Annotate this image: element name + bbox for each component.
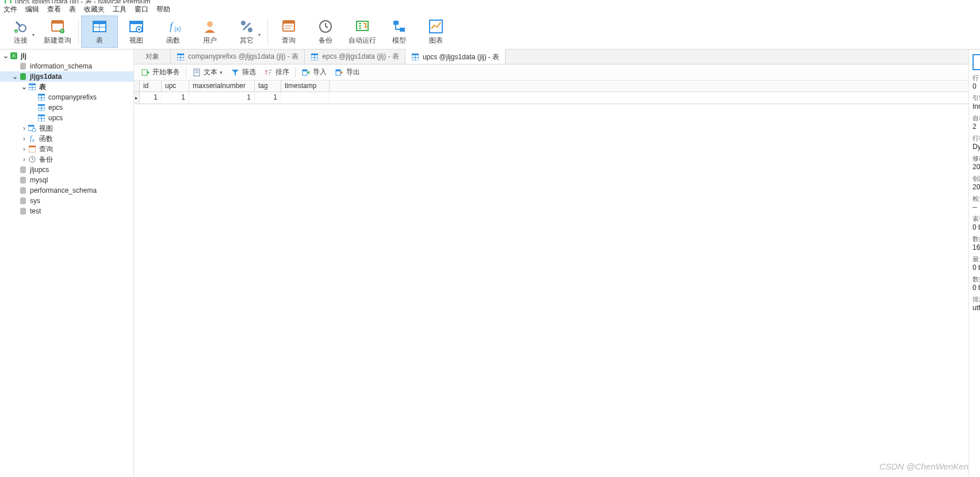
tree-item-upcs[interactable]: upcs bbox=[0, 113, 133, 123]
column-header-maxserialnumber[interactable]: maxserialnumber bbox=[189, 81, 255, 91]
menu-item-3[interactable]: 表 bbox=[69, 5, 76, 15]
toolbar-button-chart[interactable]: 图表 bbox=[418, 16, 454, 48]
tab-0[interactable]: 对象 bbox=[134, 49, 171, 64]
text-button[interactable]: 文本 ▾ bbox=[189, 66, 226, 78]
toolbar-button-user[interactable]: 用户 bbox=[192, 16, 228, 48]
tree-item-epcs[interactable]: epcs bbox=[0, 102, 133, 113]
tab-1[interactable]: companyprefixs @jljgs1data (jlj) - 表 bbox=[171, 49, 305, 64]
tree-label: upcs bbox=[48, 114, 63, 122]
tree-item-test[interactable]: test bbox=[0, 206, 133, 216]
column-header-timestamp[interactable]: timestamp bbox=[281, 81, 330, 91]
tree-arrow-icon[interactable]: › bbox=[21, 135, 28, 143]
tree-arrow-icon[interactable]: › bbox=[21, 145, 28, 153]
tree-item-jljgs1data[interactable]: ⌄jljgs1data bbox=[0, 71, 133, 82]
info-value: 0 b bbox=[973, 284, 980, 292]
tree-item-查询[interactable]: ›查询 bbox=[0, 144, 133, 154]
svg-text:(x): (x) bbox=[174, 26, 181, 32]
toolbar-button-backup[interactable]: 备份 bbox=[307, 16, 344, 48]
toolbar-button-newquery[interactable]: +新建查询 bbox=[39, 16, 76, 48]
toolbar-button-auto[interactable]: 自动运行 bbox=[344, 16, 381, 48]
import-icon bbox=[301, 68, 311, 77]
data-grid[interactable]: idupcmaxserialnumbertagtimestamp▸1111 bbox=[134, 81, 968, 104]
table-icon bbox=[91, 18, 108, 35]
info-value: 16. bbox=[973, 243, 980, 251]
table-icon bbox=[973, 54, 980, 70]
cell-id[interactable]: 1 bbox=[140, 92, 162, 104]
menu-item-4[interactable]: 收藏夹 bbox=[84, 5, 105, 15]
tree-item-companyprefixs[interactable]: companyprefixs bbox=[0, 92, 133, 102]
tree-arrow-icon[interactable]: ⌄ bbox=[12, 72, 18, 81]
tab-label: epcs @jljgs1data (jlj) - 表 bbox=[322, 52, 399, 62]
info-label: 索引 bbox=[973, 215, 980, 223]
toolbar-button-connect[interactable]: +连接▾ bbox=[2, 16, 39, 48]
conn-icon bbox=[9, 51, 18, 60]
export-button[interactable]: 导出 bbox=[331, 66, 363, 78]
row-handle-header bbox=[134, 81, 140, 91]
menu-item-7[interactable]: 帮助 bbox=[156, 5, 170, 15]
import-button[interactable]: 导入 bbox=[298, 66, 330, 78]
table-icon bbox=[37, 103, 46, 112]
filter-icon bbox=[231, 68, 240, 77]
tree-arrow-icon[interactable]: › bbox=[21, 155, 28, 163]
tree-item-sys[interactable]: sys bbox=[0, 196, 133, 206]
grid-row[interactable]: ▸1111 bbox=[134, 92, 968, 104]
toolbar-button-func[interactable]: f(x)函数 bbox=[155, 16, 192, 48]
table-icon bbox=[411, 53, 419, 61]
tree-item-performance_schema[interactable]: performance_schema bbox=[0, 185, 133, 196]
tab-2[interactable]: epcs @jljgs1data (jlj) - 表 bbox=[305, 49, 405, 64]
connection-tree[interactable]: ⌄jljinformation_schema⌄jljgs1data⌄表compa… bbox=[0, 49, 134, 477]
tree-arrow-icon[interactable]: ⌄ bbox=[2, 52, 9, 60]
svg-point-51 bbox=[32, 128, 36, 132]
sort-button[interactable]: 排序 bbox=[261, 66, 293, 78]
column-header-id[interactable]: id bbox=[140, 81, 162, 91]
export-icon bbox=[335, 68, 344, 77]
toolbar-button-model[interactable]: 模型 bbox=[381, 16, 418, 48]
tree-arrow-icon[interactable]: › bbox=[21, 124, 28, 132]
tools-icon bbox=[239, 18, 255, 35]
fx-icon: fx bbox=[28, 134, 37, 143]
tree-item-mysql[interactable]: mysql bbox=[0, 175, 133, 185]
menu-item-6[interactable]: 窗口 bbox=[135, 5, 148, 15]
toolbar-button-query[interactable]: 查询 bbox=[270, 16, 307, 48]
cell-tag[interactable]: 1 bbox=[255, 92, 281, 104]
tree-arrow-icon[interactable]: ⌄ bbox=[21, 83, 28, 91]
toolbar-button-view[interactable]: 视图 bbox=[118, 16, 155, 48]
info-value: Inn bbox=[973, 102, 980, 110]
svg-rect-28 bbox=[400, 28, 405, 32]
cell-timestamp[interactable] bbox=[281, 92, 330, 104]
menu-item-5[interactable]: 工具 bbox=[113, 5, 127, 15]
tree-item-函数[interactable]: ›fx函数 bbox=[0, 133, 133, 144]
tree-item-information_schema[interactable]: information_schema bbox=[0, 61, 133, 71]
sub-label: 排序 bbox=[275, 67, 289, 77]
row-handle[interactable]: ▸ bbox=[134, 92, 140, 104]
dbg-icon bbox=[18, 72, 28, 81]
toolbar-button-other[interactable]: 其它▾ bbox=[228, 16, 265, 48]
tree-item-视图[interactable]: ›视图 bbox=[0, 123, 133, 133]
toolbar-button-table[interactable]: 表 bbox=[81, 16, 118, 48]
menu-item-0[interactable]: 文件 bbox=[3, 5, 17, 15]
tree-item-jljupcs[interactable]: jljupcs bbox=[0, 165, 133, 175]
tree-item-备份[interactable]: ›备份 bbox=[0, 154, 133, 165]
cell-maxserialnumber[interactable]: 1 bbox=[189, 92, 255, 104]
window-title: upcs @jljgs1data (jlj) - 表 - Navicat Pre… bbox=[15, 0, 151, 3]
svg-rect-4 bbox=[52, 21, 63, 24]
column-header-upc[interactable]: upc bbox=[162, 81, 189, 91]
tree-label: performance_schema bbox=[30, 186, 97, 194]
column-header-tag[interactable]: tag bbox=[255, 81, 281, 91]
filter-button[interactable]: 筛选 bbox=[227, 66, 259, 78]
plug-icon: + bbox=[13, 18, 29, 35]
info-label: 行 bbox=[973, 74, 980, 82]
begin-transaction-button[interactable]: 开始事务 bbox=[137, 66, 183, 78]
toolbar-label: 函数 bbox=[166, 36, 180, 45]
cell-upc[interactable]: 1 bbox=[162, 92, 189, 104]
info-value: Dyn bbox=[973, 143, 980, 151]
menu-item-2[interactable]: 查看 bbox=[47, 5, 61, 15]
tab-3[interactable]: upcs @jljgs1data (jlj) - 表 bbox=[405, 49, 506, 64]
info-value: 0 b bbox=[973, 223, 980, 231]
tree-label: 视图 bbox=[39, 124, 53, 133]
backup-icon bbox=[28, 155, 37, 164]
tree-item-jlj[interactable]: ⌄jlj bbox=[0, 51, 133, 61]
info-label: 引擎 bbox=[973, 94, 980, 102]
tree-item-表[interactable]: ⌄表 bbox=[0, 82, 133, 92]
menu-item-1[interactable]: 编辑 bbox=[25, 5, 39, 15]
